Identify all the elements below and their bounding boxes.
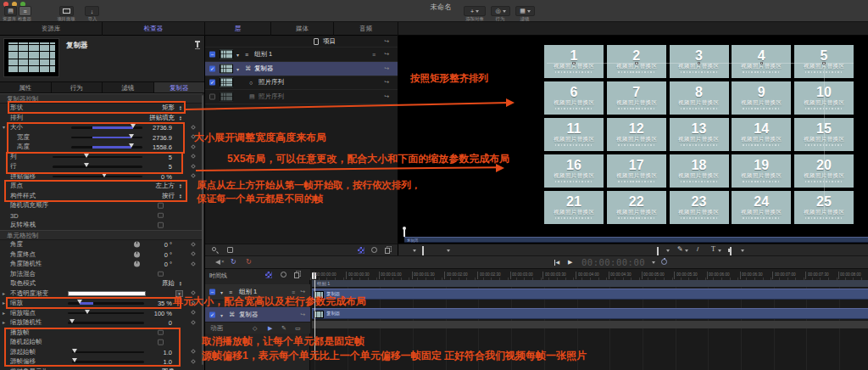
project-panel-button[interactable] <box>59 6 74 16</box>
keyframe-icon[interactable] <box>191 251 196 256</box>
disclosure-icon[interactable]: ▸ <box>3 319 5 325</box>
param-row-angle-randomness[interactable]: 角度随机性0 ° <box>0 260 203 270</box>
disclosure-icon[interactable]: ▾ <box>3 124 5 130</box>
keyframe-icon[interactable] <box>191 349 196 354</box>
chevron-down-icon[interactable] <box>666 249 670 252</box>
line-tool-icon[interactable]: / <box>697 246 698 253</box>
inspector-tab-properties[interactable]: 属性 <box>0 81 52 93</box>
timeline-ruler[interactable]: 00:00:00:0000:00:00:3000:00:01:0000:00:0… <box>310 268 868 280</box>
grid-cell[interactable]: 16视频照片替换区 <box>544 154 604 188</box>
selection-handle[interactable] <box>698 62 701 65</box>
jump-icon[interactable]: ↪ <box>384 93 389 100</box>
selection-handle[interactable] <box>760 62 764 65</box>
layer-row-project[interactable]: 项目↪ <box>205 36 398 48</box>
timecode-display[interactable]: 00:00:00:00 <box>581 257 645 267</box>
pin-icon[interactable] <box>197 41 198 48</box>
param-row-reverse-stack[interactable]: 反转堆栈 <box>0 221 203 231</box>
layer-row-group1[interactable]: –▾≡组别 1≡↪ <box>205 48 398 62</box>
checkbox[interactable] <box>158 203 164 209</box>
param-row-show-objects-as[interactable]: 将对象显示为图像▴▾ <box>0 367 203 370</box>
checkbox[interactable] <box>158 272 164 278</box>
dial-icon[interactable] <box>134 242 140 248</box>
layer-checkbox[interactable] <box>209 94 215 100</box>
play-icon[interactable]: ▶ <box>568 259 572 266</box>
search-icon[interactable] <box>212 247 216 251</box>
selection-handle[interactable] <box>822 62 826 65</box>
tab-library[interactable]: 资源库 <box>0 22 103 36</box>
timeline-show-all-icon[interactable] <box>294 272 299 278</box>
tab-layers[interactable]: 层 <box>205 22 271 36</box>
disclosure-icon[interactable]: ▸ <box>3 290 5 296</box>
show-all-layers-icon[interactable] <box>385 248 390 254</box>
grid-cell[interactable]: 19视频照片替换区 <box>732 154 791 188</box>
grid-cell[interactable]: 7视频照片替换区 <box>607 81 666 115</box>
show-image-layers-icon[interactable] <box>358 247 364 254</box>
grid-cell[interactable]: 18视频照片替换区 <box>670 154 729 188</box>
grid-cell[interactable]: 14视频照片替换区 <box>732 118 791 151</box>
timeline-show-masks-icon[interactable] <box>281 272 287 278</box>
text-tool-icon[interactable]: T <box>711 246 715 253</box>
param-row-scale-randomness[interactable]: ▸缩放随机性0 <box>0 318 203 328</box>
disclosure-icon[interactable]: ▾ <box>236 65 239 71</box>
group-track-bar[interactable]: 组别 1 <box>312 280 868 287</box>
replicator-track-bar[interactable]: 复制器 <box>312 308 868 319</box>
layer-row-photo-seq-1[interactable]: ✓○照片序列↪ <box>205 76 398 91</box>
replicator-checkbox[interactable]: ✓ <box>209 311 215 317</box>
checkbox[interactable] <box>158 222 164 228</box>
gradient-bar[interactable] <box>68 291 146 296</box>
add-object-button[interactable]: + <box>464 6 486 16</box>
selection-handle[interactable] <box>572 62 576 65</box>
slider-track[interactable] <box>68 322 144 324</box>
param-row-scale-end[interactable]: ▸缩放端点100 % <box>0 308 203 318</box>
mini-timeline-bar[interactable]: 复制器 <box>404 237 868 243</box>
grid-cell[interactable]: 6视频照片替换区 <box>544 81 604 115</box>
record-icon[interactable]: ↻ <box>246 258 252 266</box>
jump-icon[interactable]: ↪ <box>384 38 389 45</box>
slider-thumb[interactable] <box>85 310 90 314</box>
show-masks-icon[interactable] <box>371 247 377 253</box>
filter-icon[interactable] <box>227 247 233 253</box>
grid-cell[interactable]: 13视频照片替换区 <box>670 118 729 151</box>
utility-track-bar[interactable] <box>312 321 868 328</box>
inspector-tab-replicator[interactable]: 复制器 <box>154 81 206 93</box>
disclosure-icon[interactable]: ▸ <box>3 300 5 306</box>
mute-icon[interactable] <box>215 260 220 265</box>
chevron-down-icon[interactable] <box>447 249 450 252</box>
checkbox[interactable] <box>158 213 164 219</box>
param-row-color-mode[interactable]: 取色模式原始▴▾ <box>0 279 203 289</box>
slider-thumb[interactable] <box>70 319 75 323</box>
slider-track[interactable] <box>68 312 144 315</box>
chevron-down-icon[interactable] <box>741 249 744 252</box>
layer-checkbox[interactable]: ✓ <box>209 65 215 71</box>
replicator-track-bar[interactable]: 复制器 <box>312 289 868 300</box>
library-button[interactable]: ▤ <box>4 6 17 16</box>
track-header-replicator[interactable]: ✓ ▾ ⌘ 复制器 ↪ <box>205 307 310 322</box>
jump-icon[interactable]: ↪ <box>384 51 389 58</box>
jump-icon[interactable]: ↪ <box>384 79 389 86</box>
popup-arrows-icon[interactable]: ▴▾ <box>180 115 181 121</box>
param-row-angle-end[interactable]: 角度终点0 ° <box>0 249 203 260</box>
keyframe-icon[interactable] <box>191 125 196 130</box>
animation-box-icon[interactable]: ▭ <box>295 325 301 332</box>
slider-track[interactable] <box>53 176 142 178</box>
selection-handle[interactable] <box>635 62 638 65</box>
chevron-down-icon[interactable] <box>685 249 688 252</box>
grid-cell[interactable]: 21视频照片替换区 <box>544 191 604 224</box>
chevron-down-icon[interactable] <box>718 249 721 252</box>
grid-cell[interactable]: 22视频照片替换区 <box>607 191 666 224</box>
grid-cell[interactable]: 12视频照片替换区 <box>607 118 666 151</box>
dial-icon[interactable] <box>134 261 140 267</box>
timing-display-icon[interactable] <box>661 259 667 265</box>
chevron-down-icon[interactable] <box>413 249 416 252</box>
keyframe-icon[interactable] <box>191 242 196 247</box>
timeline-show-image-icon[interactable] <box>265 272 272 278</box>
canvas[interactable]: 1视频照片替换区2视频照片替换区3视频照片替换区4视频照片替换区5视频照片替换区… <box>398 36 868 244</box>
disclosure-icon[interactable]: ▾ <box>236 51 239 57</box>
go-to-start-icon[interactable]: ◀ <box>554 260 559 266</box>
grid-cell[interactable]: 24视频照片替换区 <box>732 191 791 224</box>
loop-playback-icon[interactable]: ↻ <box>231 258 236 266</box>
grid-cell[interactable]: 9视频照片替换区 <box>732 81 791 115</box>
tab-audio[interactable]: 音频 <box>334 22 398 36</box>
disclosure-icon[interactable]: ▾ <box>220 311 223 317</box>
jump-icon[interactable]: ↪ <box>384 65 389 72</box>
